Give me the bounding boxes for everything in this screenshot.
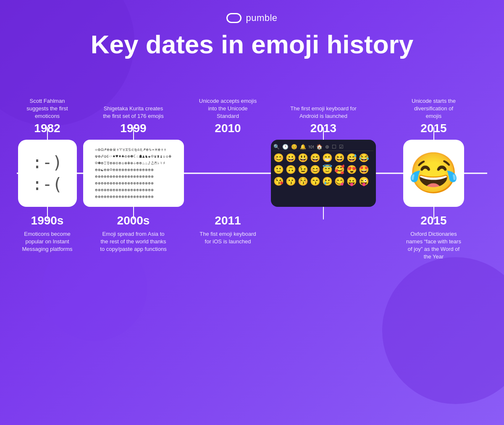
vline-2015-top [433, 127, 434, 140]
card-keyboard-android: 🔍 🕐 😊 🔔 🍽 🏠 ⊕ ☐ ☑ 😊 😀 😃 � [271, 140, 376, 207]
vline-2013-bot [323, 207, 324, 219]
bot-desc-1990s: Emoticons become popular on Instant Mess… [22, 230, 73, 253]
page-title: Key dates in emoji history [91, 30, 413, 59]
bot-year-2011: 2011 [215, 214, 241, 228]
emoji-grid-content: ♾⚙☊♐⊕⊗※↑♈♉♊♋♌♍♎♏♐⊕♑♒♓⊕↑↑ ☢⊕☍☮☪☞♠♥♦♣⊙⊕☻☾♘… [95, 146, 172, 200]
vline-1982-top [47, 127, 48, 140]
spacer-2010 [228, 134, 228, 212]
card-emoji-grid: ♾⚙☊♐⊕⊗※↑♈♉♊♋♌♍♎♏♐⊕♑♒♓⊕↑↑ ☢⊕☍☮☪☞♠♥♦♣⊙⊕☻☾♘… [83, 140, 184, 207]
vline-1999-top [133, 127, 134, 140]
top-desc-1999: Shigetaka Kurita creates the first set o… [100, 105, 167, 120]
card-laugh-emoji: 😂 [403, 140, 464, 207]
vline-2015-bot [433, 207, 434, 219]
vline-2013-top [323, 127, 324, 140]
top-desc-1982: Scott Fahlman suggests the first emotico… [22, 97, 73, 120]
card-emoticon: :-) :-( [18, 140, 77, 207]
emoticon-happy: :-) [32, 151, 62, 173]
logo-icon [226, 13, 242, 23]
bot-desc-2015: Oxford Dictionaries names “face with tea… [404, 230, 463, 261]
top-desc-2015: Unicode starts the diversification of em… [407, 97, 461, 120]
laugh-emoji-icon: 😂 [409, 153, 459, 193]
top-desc-2013: The first emoji keyboard for Android is … [290, 105, 357, 120]
timeline-middle-row: :-) :-( ♾⚙☊♐⊕⊗※↑♈♉♊♋♌♍♎♏♐⊕♑♒♓⊕↑↑ ☢⊕☍☮☪☞♠… [17, 134, 487, 212]
bot-desc-2011: The fist emoji keyboard for iOS is launc… [199, 230, 257, 245]
logo-text: pumble [246, 13, 277, 23]
emoticon-sad: :-( [32, 173, 62, 195]
vline-1999-bot [133, 207, 134, 219]
timeline: Scott Fahlman suggests the first emotico… [17, 80, 487, 285]
top-desc-2010: Unicode accepts emojis into the Unicode … [199, 97, 257, 120]
bot-desc-2000s: Emoji spread from Asia to the rest of th… [100, 230, 167, 253]
logo: pumble [226, 13, 277, 23]
top-year-2010: 2010 [215, 123, 241, 134]
timeline-bottom-row: 1990s Emoticons become popular on Instan… [17, 212, 487, 285]
timeline-top-row: Scott Fahlman suggests the first emotico… [17, 80, 487, 134]
vline-1982-bot [47, 207, 48, 219]
